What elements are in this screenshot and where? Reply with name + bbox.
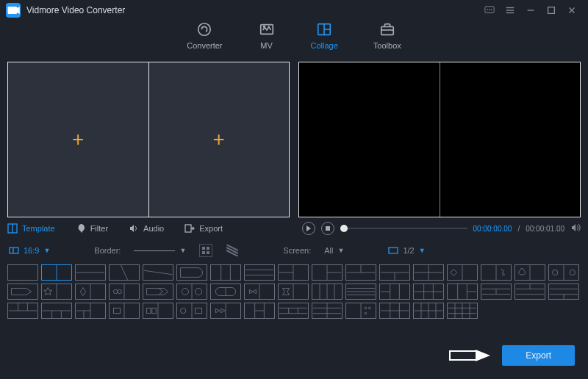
svg-point-129: [368, 307, 370, 309]
template-item[interactable]: [312, 303, 343, 319]
template-item[interactable]: [244, 264, 275, 281]
screen-label: Screen:: [283, 246, 311, 255]
template-item[interactable]: [109, 284, 140, 300]
mv-icon: [258, 21, 276, 38]
border-pattern-button[interactable]: [226, 244, 239, 257]
options-row: 16:9 ▼ Border: ▼ Screen: All ▼ 1/2 ▼: [0, 239, 588, 261]
template-item[interactable]: [481, 264, 512, 281]
template-item[interactable]: [481, 284, 512, 300]
template-item[interactable]: [379, 284, 410, 300]
template-item[interactable]: [379, 303, 410, 319]
subtab-filter[interactable]: Filter: [76, 223, 108, 234]
svg-point-60: [570, 270, 575, 275]
sub-tabs: Template Filter Audio Export: [7, 217, 293, 239]
template-item[interactable]: [143, 303, 173, 319]
play-button[interactable]: [302, 222, 315, 235]
template-item[interactable]: [447, 264, 478, 281]
template-item[interactable]: [210, 303, 241, 319]
svg-rect-26: [10, 248, 18, 253]
tab-collage[interactable]: Collage: [311, 21, 338, 57]
template-item[interactable]: [413, 264, 444, 281]
subtab-label: Export: [199, 224, 223, 233]
close-icon[interactable]: [564, 3, 579, 18]
chevron-down-icon: ▼: [338, 247, 345, 254]
template-item[interactable]: [41, 284, 72, 300]
svg-point-59: [553, 270, 558, 275]
feedback-icon[interactable]: [482, 3, 497, 18]
border-color-button[interactable]: [199, 244, 212, 257]
template-item[interactable]: [548, 284, 579, 300]
editor-cell-1[interactable]: +: [8, 62, 149, 217]
template-item[interactable]: [143, 264, 173, 281]
export-button[interactable]: Export: [502, 345, 575, 366]
template-item[interactable]: [210, 264, 241, 281]
template-item[interactable]: [379, 264, 410, 281]
subtab-export[interactable]: Export: [184, 223, 223, 234]
template-item[interactable]: [278, 284, 309, 300]
template-item[interactable]: [413, 284, 444, 300]
template-item[interactable]: [244, 303, 275, 319]
svg-rect-143: [450, 351, 476, 360]
editor-cell-2[interactable]: +: [149, 62, 290, 217]
tab-mv[interactable]: MV: [258, 21, 276, 57]
tab-label: Converter: [187, 41, 222, 50]
subtab-template[interactable]: Template: [7, 223, 55, 234]
template-item[interactable]: [210, 284, 241, 300]
template-item[interactable]: [278, 303, 309, 319]
template-item[interactable]: [109, 264, 140, 281]
template-item[interactable]: [345, 264, 376, 281]
template-item[interactable]: [312, 284, 343, 300]
border-style-select[interactable]: ▼: [134, 247, 186, 254]
playback-controls: 00:00:00.00/00:00:01.00: [302, 217, 581, 239]
stop-button[interactable]: [321, 222, 334, 235]
svg-point-66: [113, 289, 117, 293]
svg-point-128: [365, 307, 367, 309]
template-item[interactable]: [514, 284, 545, 300]
svg-point-70: [196, 288, 202, 295]
menu-icon[interactable]: [503, 3, 517, 18]
template-item[interactable]: [447, 303, 478, 319]
template-item[interactable]: [41, 303, 72, 319]
subtab-label: Audio: [143, 224, 164, 233]
template-item[interactable]: [413, 303, 444, 319]
tab-label: Collage: [311, 41, 338, 50]
subtab-audio[interactable]: Audio: [129, 223, 164, 234]
template-item[interactable]: [278, 264, 309, 281]
template-item[interactable]: [176, 284, 207, 300]
tab-toolbox[interactable]: Toolbox: [373, 21, 401, 57]
border-label: Border:: [94, 246, 121, 255]
aspect-ratio-select[interactable]: 16:9 ▼: [9, 245, 50, 256]
template-item[interactable]: [176, 303, 207, 319]
template-item[interactable]: [7, 303, 38, 319]
template-item[interactable]: [75, 303, 106, 319]
scrubber[interactable]: [340, 228, 467, 229]
tab-converter[interactable]: Converter: [187, 21, 222, 57]
template-item[interactable]: [514, 264, 545, 281]
svg-rect-109: [113, 308, 120, 313]
main-tabs: Converter MV Collage Toolbox: [0, 21, 588, 57]
maximize-icon[interactable]: [544, 3, 559, 18]
svg-point-114: [181, 308, 186, 313]
template-item[interactable]: [75, 264, 106, 281]
template-item[interactable]: [312, 264, 343, 281]
template-item[interactable]: [548, 264, 579, 281]
template-item[interactable]: [109, 303, 140, 319]
svg-rect-112: [152, 308, 156, 313]
time-sep: /: [517, 225, 520, 233]
template-item[interactable]: [75, 284, 106, 300]
template-item[interactable]: [176, 264, 207, 281]
volume-icon[interactable]: [570, 223, 581, 235]
template-item[interactable]: [143, 284, 173, 300]
template-item[interactable]: [345, 303, 376, 319]
template-item[interactable]: [7, 284, 38, 300]
template-item[interactable]: [345, 284, 376, 300]
template-item[interactable]: [447, 284, 478, 300]
template-item[interactable]: [244, 284, 275, 300]
template-item[interactable]: [7, 264, 38, 281]
page-indicator[interactable]: 1/2 ▼: [388, 245, 425, 256]
template-item[interactable]: [41, 264, 72, 281]
time-duration: 00:00:01.00: [526, 225, 564, 233]
minimize-icon[interactable]: [523, 3, 538, 18]
svg-rect-35: [389, 248, 398, 253]
screen-select[interactable]: All ▼: [324, 246, 344, 255]
